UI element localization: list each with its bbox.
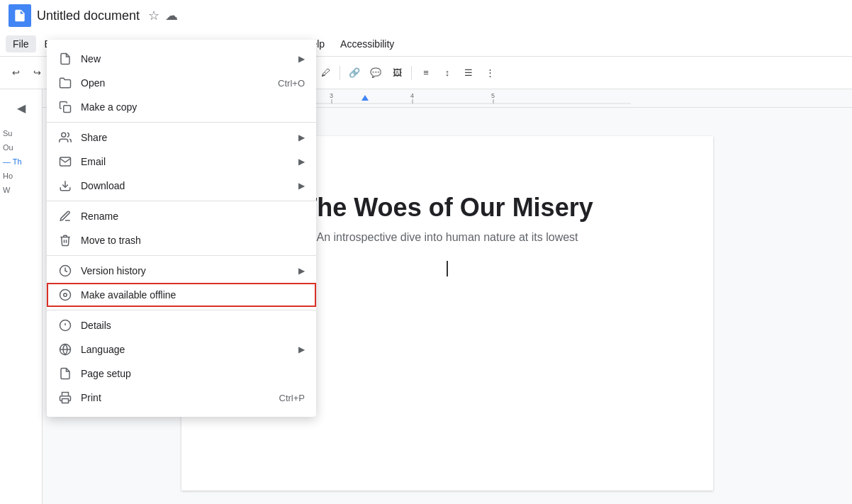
menu-item-language[interactable]: Language ▶	[47, 337, 316, 362]
menu-item-rename[interactable]: Rename	[47, 204, 316, 228]
trash-icon	[58, 233, 72, 247]
details-icon	[58, 318, 72, 332]
svg-rect-23	[62, 399, 69, 403]
menu-section-1: New ▶ Open Ctrl+O Make a copy	[47, 44, 316, 123]
svg-point-13	[62, 133, 66, 137]
menu-item-email[interactable]: Email ▶	[47, 150, 316, 174]
make-copy-label: Make a copy	[81, 101, 305, 113]
open-icon	[58, 76, 72, 90]
make-copy-icon	[58, 100, 72, 114]
menu-item-make-available-offline[interactable]: Make available offline	[47, 283, 316, 307]
print-icon	[58, 391, 72, 405]
download-icon	[58, 179, 72, 193]
open-label: Open	[81, 77, 267, 89]
language-arrow: ▶	[298, 345, 305, 354]
menu-item-share[interactable]: Share ▶	[47, 125, 316, 150]
new-label: New	[81, 53, 293, 65]
menu-item-open[interactable]: Open Ctrl+O	[47, 71, 316, 95]
page-setup-icon	[58, 366, 72, 381]
rename-label: Rename	[81, 211, 305, 222]
menu-item-page-setup[interactable]: Page setup	[47, 362, 316, 386]
new-arrow: ▶	[298, 54, 305, 64]
email-arrow: ▶	[298, 157, 305, 167]
svg-point-17	[64, 293, 67, 297]
version-history-arrow: ▶	[298, 266, 305, 276]
email-icon	[58, 155, 72, 169]
make-available-offline-label: Make available offline	[81, 289, 305, 301]
menu-item-print[interactable]: Print Ctrl+P	[47, 386, 316, 410]
rename-icon	[58, 209, 72, 223]
email-label: Email	[81, 156, 293, 167]
menu-item-download[interactable]: Download ▶	[47, 174, 316, 198]
details-label: Details	[81, 320, 305, 331]
share-label: Share	[81, 132, 293, 143]
move-to-trash-label: Move to trash	[81, 235, 305, 246]
open-shortcut: Ctrl+O	[278, 78, 305, 89]
download-arrow: ▶	[298, 181, 305, 191]
new-doc-icon	[58, 52, 72, 66]
page-setup-label: Page setup	[81, 368, 305, 379]
menu-section-3: Rename Move to trash	[47, 201, 316, 256]
language-icon	[58, 342, 72, 357]
svg-rect-12	[64, 106, 71, 113]
menu-section-2: Share ▶ Email ▶ Download ▶	[47, 123, 316, 201]
menu-item-move-to-trash[interactable]: Move to trash	[47, 228, 316, 252]
print-label: Print	[81, 392, 268, 403]
svg-point-16	[60, 290, 71, 301]
menu-item-new[interactable]: New ▶	[47, 47, 316, 71]
menu-item-make-copy[interactable]: Make a copy	[47, 95, 316, 119]
share-arrow: ▶	[298, 133, 305, 142]
menu-section-5: Details Language ▶ Page setup Print Ctrl…	[47, 310, 316, 413]
menu-section-4: Version history ▶ Make available offline	[47, 256, 316, 310]
version-history-label: Version history	[81, 265, 293, 276]
make-available-offline-icon	[58, 288, 72, 302]
version-history-icon	[58, 264, 72, 278]
download-label: Download	[81, 180, 293, 191]
print-shortcut: Ctrl+P	[279, 393, 305, 403]
menu-item-version-history[interactable]: Version history ▶	[47, 259, 316, 283]
share-icon	[58, 130, 72, 145]
menu-item-details[interactable]: Details	[47, 313, 316, 337]
language-label: Language	[81, 344, 293, 355]
file-menu-dropdown: New ▶ Open Ctrl+O Make a copy Share ▶	[47, 40, 316, 417]
